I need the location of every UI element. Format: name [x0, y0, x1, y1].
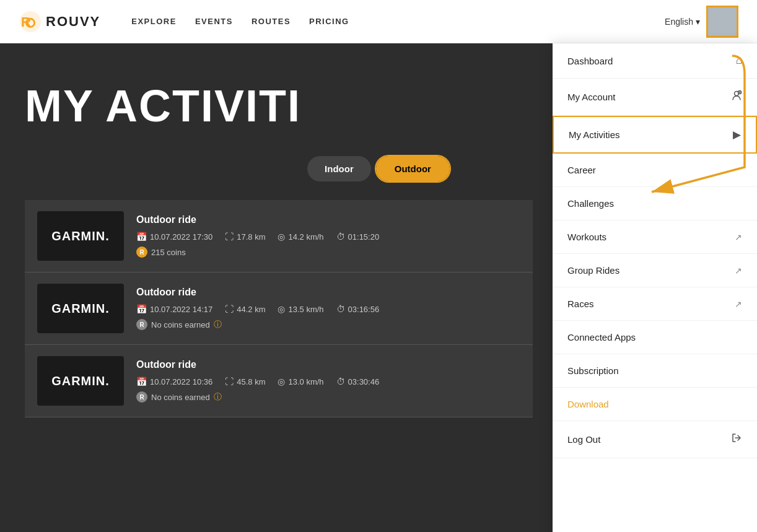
stat-distance: ⛶ 17.8 km [225, 232, 265, 242]
stat-duration: ⏱ 03:16:56 [336, 304, 380, 314]
nav-routes[interactable]: ROUTES [252, 17, 291, 26]
clock-icon: ⏱ [336, 304, 345, 314]
calendar-icon: 📅 [136, 377, 147, 386]
main-content: MY ACTIVITI Indoor Outdoor GARMIN. Outdo… [0, 43, 757, 532]
calendar-icon: 📅 [136, 304, 147, 314]
menu-label-challenges: Challenges [567, 198, 614, 209]
menu-item-races[interactable]: Races ↗ [553, 287, 757, 321]
stat-distance: ⛶ 45.8 km [225, 377, 265, 386]
stat-speed-value: 13.0 km/h [288, 377, 323, 386]
indoor-toggle-button[interactable]: Indoor [307, 156, 371, 181]
location-icon: ⛶ [225, 304, 234, 314]
coins-value: No coins earned [151, 393, 210, 402]
header-right: English ▾ [665, 6, 738, 38]
menu-item-workouts[interactable]: Workouts ↗ [553, 220, 757, 254]
menu-item-connected-apps[interactable]: Connected Apps [553, 321, 757, 354]
menu-item-subscription[interactable]: Subscription [553, 354, 757, 388]
nav-pricing[interactable]: PRICING [309, 17, 349, 26]
stat-duration: ⏱ 03:30:46 [336, 377, 380, 386]
info-icon[interactable]: ⓘ [214, 319, 222, 330]
coins-info: R No coins earned ⓘ [136, 319, 520, 330]
header: R ROUVY EXPLORE EVENTS ROUTES PRICING En… [0, 0, 757, 43]
stat-speed: ◎ 13.5 km/h [278, 304, 323, 314]
stat-distance: ⛶ 44.2 km [225, 304, 265, 314]
menu-item-my-account[interactable]: My Account [553, 79, 757, 116]
menu-label-workouts: Workouts [567, 232, 606, 242]
clock-icon: ⏱ [336, 377, 345, 386]
menu-item-log-out[interactable]: Log Out [553, 421, 757, 458]
main-nav: EXPLORE EVENTS ROUTES PRICING [131, 17, 665, 26]
activity-brand-logo: GARMIN. [37, 211, 124, 261]
nav-events[interactable]: EVENTS [195, 17, 233, 26]
menu-label-my-activities: My Activities [569, 129, 620, 140]
activity-title: Outdoor ride [136, 359, 520, 370]
stat-distance-value: 17.8 km [237, 232, 265, 242]
coin-icon: R [136, 246, 147, 258]
brand-name: GARMIN. [51, 229, 110, 243]
menu-item-dashboard[interactable]: Dashboard ⌂ [553, 43, 757, 79]
location-icon: ⛶ [225, 377, 234, 386]
stat-duration-value: 03:16:56 [348, 305, 380, 314]
clock-icon: ⏱ [336, 232, 345, 242]
menu-item-group-rides[interactable]: Group Rides ↗ [553, 254, 757, 287]
menu-item-career[interactable]: Career [553, 154, 757, 187]
menu-label-dashboard: Dashboard [567, 56, 613, 66]
brand-name: GARMIN. [51, 302, 110, 316]
logo[interactable]: R ROUVY [19, 10, 100, 33]
stat-speed-value: 13.5 km/h [288, 305, 323, 314]
activity-info: Outdoor ride 📅 10.07.2022 17:30 ⛶ 17.8 k… [136, 214, 520, 258]
stat-distance-value: 44.2 km [237, 305, 265, 314]
logo-icon: R [19, 10, 42, 33]
stat-duration-value: 01:15:20 [348, 232, 380, 242]
menu-item-my-activities[interactable]: My Activities ▶ [553, 116, 757, 154]
chevron-down-icon: ▾ [696, 17, 700, 27]
coin-icon-gray: R [136, 319, 147, 330]
stat-date-value: 10.07.2022 10:36 [150, 377, 212, 386]
avatar[interactable] [706, 6, 738, 38]
dropdown-menu: Dashboard ⌂ My Account My Activities ▶ C… [553, 43, 757, 532]
menu-item-download[interactable]: Download [553, 388, 757, 421]
menu-label-subscription: Subscription [567, 365, 619, 376]
stat-date-value: 10.07.2022 14:17 [150, 305, 212, 314]
menu-label-log-out: Log Out [567, 434, 600, 445]
speedometer-icon: ◎ [278, 377, 285, 386]
coins-info: R No coins earned ⓘ [136, 391, 520, 403]
menu-label-my-account: My Account [567, 92, 616, 102]
stat-date-value: 10.07.2022 17:30 [150, 232, 212, 242]
location-icon: ⛶ [225, 232, 234, 242]
activity-brand-logo: GARMIN. [37, 356, 124, 406]
stat-speed-value: 14.2 km/h [288, 232, 323, 242]
menu-label-group-rides: Group Rides [567, 265, 619, 276]
stat-speed: ◎ 14.2 km/h [278, 232, 323, 242]
brand-name: GARMIN. [51, 374, 110, 388]
table-row: GARMIN. Outdoor ride 📅 10.07.2022 17:30 … [25, 200, 533, 273]
menu-label-career: Career [567, 165, 596, 175]
speedometer-icon: ◎ [278, 304, 285, 314]
outdoor-toggle-button[interactable]: Outdoor [376, 156, 450, 181]
language-label: English [665, 17, 693, 27]
cursor-icon: ▶ [733, 128, 741, 141]
language-selector[interactable]: English ▾ [665, 17, 700, 27]
external-link-icon: ↗ [735, 232, 742, 242]
stat-duration-value: 03:30:46 [348, 377, 380, 386]
activity-info: Outdoor ride 📅 10.07.2022 14:17 ⛶ 44.2 k… [136, 287, 520, 330]
stat-distance-value: 45.8 km [237, 377, 265, 386]
stat-speed: ◎ 13.0 km/h [278, 377, 323, 386]
menu-item-challenges[interactable]: Challenges [553, 187, 757, 220]
calendar-icon: 📅 [136, 232, 147, 242]
stat-date: 📅 10.07.2022 14:17 [136, 304, 212, 314]
table-row: GARMIN. Outdoor ride 📅 10.07.2022 14:17 … [25, 273, 533, 345]
table-row: GARMIN. Outdoor ride 📅 10.07.2022 10:36 … [25, 345, 533, 417]
activity-title: Outdoor ride [136, 214, 520, 225]
activity-brand-logo: GARMIN. [37, 284, 124, 333]
coins-value: 215 coins [151, 248, 186, 257]
stat-duration: ⏱ 01:15:20 [336, 232, 380, 242]
external-link-icon: ↗ [735, 266, 742, 276]
nav-explore[interactable]: EXPLORE [131, 17, 177, 26]
activity-stats: 📅 10.07.2022 10:36 ⛶ 45.8 km ◎ 13.0 km/h… [136, 377, 520, 386]
stat-date: 📅 10.07.2022 10:36 [136, 377, 212, 386]
info-icon[interactable]: ⓘ [214, 391, 222, 403]
coin-icon-gray: R [136, 391, 147, 403]
menu-label-download: Download [567, 399, 609, 409]
logo-text: ROUVY [46, 14, 100, 30]
